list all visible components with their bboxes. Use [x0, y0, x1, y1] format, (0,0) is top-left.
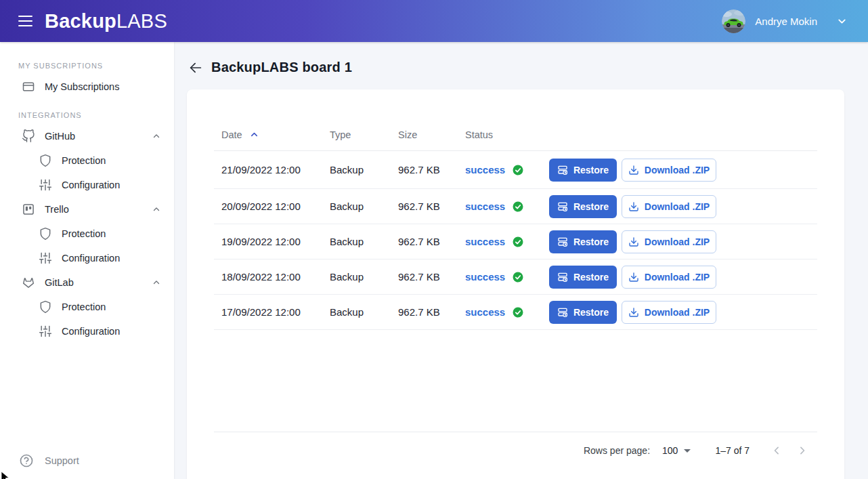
restore-database-icon	[557, 272, 568, 283]
gitlab-icon	[22, 276, 35, 289]
table-row: 21/09/2022 12:00 Backup 962.7 KB success…	[214, 151, 817, 189]
sidebar-item-trello-protection[interactable]: Protection	[0, 222, 174, 246]
cell-type: Backup	[330, 306, 398, 318]
sidebar-item-my-subscriptions[interactable]: My Subscriptions	[0, 75, 174, 99]
app-header: BackupLABS Andrye Mok	[0, 0, 868, 42]
mouse-cursor	[1, 472, 12, 479]
next-page-button[interactable]	[793, 441, 812, 460]
table-row: 18/09/2022 12:00 Backup 962.7 KB success…	[214, 259, 817, 295]
shield-icon	[39, 154, 52, 167]
chevron-up-icon[interactable]	[152, 205, 161, 214]
sidebar-item-gitlab-configuration[interactable]: Configuration	[0, 319, 174, 343]
avatar[interactable]	[722, 9, 745, 33]
trello-icon	[22, 203, 35, 216]
column-header-size[interactable]: Size	[398, 129, 465, 140]
table-header: Date Type Size Status	[214, 119, 817, 151]
rows-per-page-label: Rows per page:	[584, 445, 650, 456]
table-row: 17/09/2022 12:00 Backup 962.7 KB success…	[214, 295, 817, 330]
section-label-integrations: INTEGRATIONS	[0, 106, 174, 124]
download-zip-button[interactable]: Download .ZIP	[622, 266, 716, 289]
restore-database-icon	[557, 201, 568, 212]
check-circle-icon	[512, 271, 524, 283]
restore-button[interactable]: Restore	[549, 195, 617, 218]
cell-size: 962.7 KB	[398, 306, 465, 318]
restore-database-icon	[557, 307, 568, 318]
sidebar-item-trello-configuration[interactable]: Configuration	[0, 246, 174, 270]
chevron-right-icon	[796, 444, 809, 457]
download-icon	[628, 165, 639, 175]
cell-size: 962.7 KB	[398, 201, 465, 212]
check-circle-icon	[512, 236, 524, 248]
cell-type: Backup	[330, 271, 398, 283]
check-circle-icon	[512, 201, 524, 213]
sidebar-item-github[interactable]: GitHub	[0, 124, 174, 148]
table-pagination: Rows per page: 100 1–7 of 7	[214, 432, 817, 468]
download-zip-button[interactable]: Download .ZIP	[622, 195, 716, 218]
rows-per-page-select[interactable]: 100	[662, 445, 691, 456]
restore-button[interactable]: Restore	[549, 266, 617, 289]
cell-date: 21/09/2022 12:00	[221, 164, 330, 175]
app-logo[interactable]: BackupLABS	[45, 10, 167, 33]
cell-size: 962.7 KB	[398, 236, 465, 247]
restore-button[interactable]: Restore	[549, 301, 617, 324]
chevron-up-icon[interactable]	[152, 278, 161, 287]
table-row: 19/09/2022 12:00 Backup 962.7 KB success…	[214, 224, 817, 259]
download-icon	[628, 201, 639, 212]
status-badge: success	[465, 164, 549, 176]
chevron-up-icon[interactable]	[152, 131, 161, 141]
sidebar-item-github-protection[interactable]: Protection	[0, 148, 174, 173]
help-circle-icon	[19, 453, 34, 468]
sliders-icon	[39, 251, 52, 265]
chevron-down-icon[interactable]	[836, 16, 848, 27]
shield-icon	[39, 227, 52, 241]
column-header-status[interactable]: Status	[465, 129, 549, 140]
back-arrow-icon[interactable]	[188, 60, 203, 75]
sliders-icon	[39, 178, 52, 192]
shield-icon	[39, 300, 52, 314]
restore-button[interactable]: Restore	[549, 230, 617, 253]
sidebar-item-trello[interactable]: Trello	[0, 197, 174, 222]
cell-date: 17/09/2022 12:00	[221, 306, 330, 318]
download-icon	[628, 236, 639, 247]
check-circle-icon	[512, 306, 524, 318]
cell-date: 19/09/2022 12:00	[221, 236, 330, 247]
download-icon	[628, 307, 639, 318]
status-badge: success	[465, 236, 549, 248]
previous-page-button[interactable]	[767, 441, 786, 460]
cell-date: 20/09/2022 12:00	[221, 201, 330, 212]
status-badge: success	[465, 306, 549, 318]
chevron-left-icon	[770, 444, 783, 457]
cell-type: Backup	[330, 236, 398, 247]
cell-type: Backup	[330, 201, 398, 212]
sidebar-item-support[interactable]: Support	[0, 449, 174, 473]
subscriptions-icon	[22, 80, 35, 93]
section-label-my-subscriptions: MY SUBSCRIPTIONS	[0, 57, 174, 75]
check-circle-icon	[512, 164, 524, 176]
main-content: BackupLABS board 1 Date Type Size Status…	[174, 42, 868, 479]
restore-database-icon	[557, 236, 568, 247]
menu-icon[interactable]	[18, 16, 32, 27]
download-zip-button[interactable]: Download .ZIP	[622, 230, 716, 253]
sidebar: MY SUBSCRIPTIONS My Subscriptions INTEGR…	[0, 42, 174, 479]
sidebar-item-gitlab[interactable]: GitLab	[0, 270, 174, 295]
backups-card: Date Type Size Status 21/09/2022 12:00 B…	[187, 89, 844, 479]
cell-date: 18/09/2022 12:00	[221, 271, 330, 283]
download-zip-button[interactable]: Download .ZIP	[622, 159, 716, 182]
download-zip-button[interactable]: Download .ZIP	[622, 301, 716, 324]
page-title: BackupLABS board 1	[211, 60, 352, 75]
sidebar-item-gitlab-protection[interactable]: Protection	[0, 295, 174, 319]
cell-type: Backup	[330, 164, 398, 175]
sort-asc-icon	[249, 129, 259, 140]
status-badge: success	[465, 201, 549, 213]
pagination-range: 1–7 of 7	[715, 445, 750, 456]
column-header-type[interactable]: Type	[330, 129, 398, 140]
status-badge: success	[465, 271, 549, 283]
download-icon	[628, 272, 639, 283]
user-menu[interactable]: Andrye Mokin	[722, 9, 848, 33]
restore-button[interactable]: Restore	[549, 159, 617, 182]
caret-down-icon	[684, 449, 691, 453]
column-header-date[interactable]: Date	[221, 129, 330, 140]
sidebar-item-github-configuration[interactable]: Configuration	[0, 173, 174, 197]
github-icon	[22, 129, 35, 143]
cell-size: 962.7 KB	[398, 164, 465, 175]
